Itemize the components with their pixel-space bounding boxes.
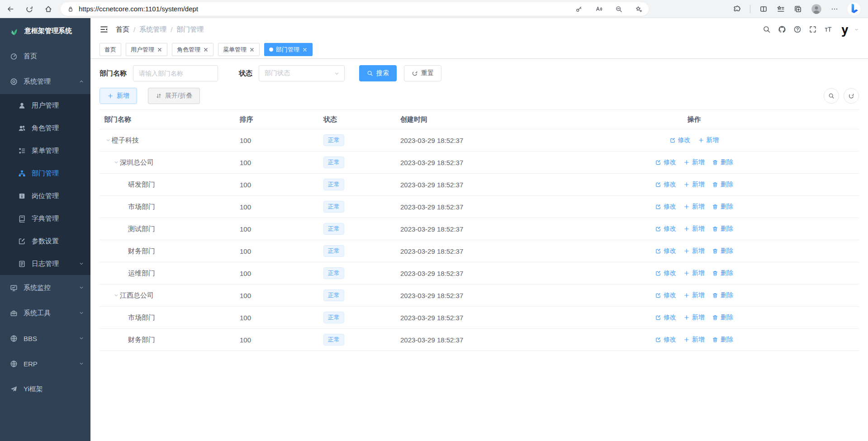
read-aloud-icon[interactable] bbox=[595, 5, 602, 13]
edit-row-link[interactable]: 修改 bbox=[655, 291, 676, 299]
breadcrumb-home[interactable]: 首页 bbox=[116, 25, 129, 34]
edit-row-link[interactable]: 修改 bbox=[655, 158, 676, 166]
home-icon[interactable] bbox=[44, 5, 52, 13]
sidebar-item-label: BBS bbox=[24, 335, 37, 342]
dept-name-input[interactable] bbox=[133, 65, 218, 81]
browser-nav-buttons bbox=[6, 5, 52, 13]
profile-icon[interactable] bbox=[811, 4, 822, 14]
caret-down-icon[interactable] bbox=[104, 138, 112, 143]
sidebar-item-post-management[interactable]: 岗位管理 bbox=[0, 185, 90, 207]
browser-chrome: https://ccnetcore.com:1101/system/dept bbox=[0, 0, 868, 18]
show-search-button[interactable] bbox=[824, 88, 839, 104]
add-row-link[interactable]: 新增 bbox=[683, 269, 705, 277]
action-label: 修改 bbox=[664, 203, 676, 211]
split-screen-icon[interactable] bbox=[759, 5, 768, 13]
sidebar-item-dept-management[interactable]: 部门管理 bbox=[0, 162, 90, 185]
key-icon[interactable] bbox=[575, 5, 583, 13]
expand-collapse-button[interactable]: 展开/折叠 bbox=[148, 88, 200, 104]
search-button[interactable]: 搜索 bbox=[359, 65, 397, 81]
add-row-link[interactable]: 新增 bbox=[698, 136, 719, 144]
zoom-out-icon[interactable] bbox=[615, 5, 622, 13]
favorite-add-icon[interactable] bbox=[635, 5, 642, 13]
font-size-icon[interactable] bbox=[824, 25, 832, 33]
sidebar-item-label: 系统监控 bbox=[24, 284, 51, 292]
delete-row-link[interactable]: 删除 bbox=[712, 180, 733, 189]
delete-row-link[interactable]: 删除 bbox=[712, 291, 733, 299]
refresh-table-button[interactable] bbox=[844, 88, 859, 104]
add-row-link[interactable]: 新增 bbox=[683, 291, 705, 299]
bing-icon[interactable] bbox=[847, 2, 861, 16]
github-icon[interactable] bbox=[778, 25, 786, 33]
edit-row-link[interactable]: 修改 bbox=[655, 203, 676, 211]
add-row-link[interactable]: 新增 bbox=[683, 180, 705, 189]
delete-row-link[interactable]: 删除 bbox=[712, 158, 733, 166]
more-icon[interactable] bbox=[831, 5, 838, 13]
sidebar-item-param-settings[interactable]: 参数设置 bbox=[0, 230, 90, 252]
sidebar-item-role-management[interactable]: 角色管理 bbox=[0, 117, 90, 139]
sidebar-item-menu-management[interactable]: 菜单管理 bbox=[0, 139, 90, 162]
sidebar-item-user-management[interactable]: 用户管理 bbox=[0, 94, 90, 117]
edit-row-link[interactable]: 修改 bbox=[655, 336, 676, 344]
url-text[interactable]: https://ccnetcore.com:1101/system/dept bbox=[79, 5, 198, 13]
sidebar-item-system-tools[interactable]: 系统工具 bbox=[0, 300, 90, 326]
extensions-icon[interactable] bbox=[733, 5, 741, 13]
caret-down-icon[interactable] bbox=[112, 293, 120, 298]
add-row-link[interactable]: 新增 bbox=[683, 336, 705, 344]
user-avatar[interactable]: y bbox=[837, 21, 853, 38]
status-select[interactable]: 部门状态 bbox=[259, 65, 345, 81]
sidebar-item-log-management[interactable]: 日志管理 bbox=[0, 252, 90, 275]
trash-icon bbox=[712, 181, 718, 188]
delete-row-link[interactable]: 删除 bbox=[712, 269, 733, 277]
breadcrumb-system[interactable]: 系统管理 bbox=[139, 25, 166, 34]
sidebar-item-bbs[interactable]: BBS bbox=[0, 326, 90, 351]
fullscreen-icon[interactable] bbox=[809, 25, 817, 33]
delete-row-link[interactable]: 删除 bbox=[712, 247, 733, 255]
search-icon[interactable] bbox=[763, 25, 771, 33]
tab-menu-management[interactable]: 菜单管理 bbox=[218, 43, 260, 56]
favorites-icon[interactable] bbox=[777, 5, 785, 13]
add-row-link[interactable]: 新增 bbox=[683, 247, 705, 255]
tab-user-management[interactable]: 用户管理 bbox=[126, 43, 167, 56]
sidebar-item-yi-framework[interactable]: Yi框架 bbox=[0, 376, 90, 402]
caret-down-icon[interactable] bbox=[112, 160, 120, 165]
trash-icon bbox=[712, 292, 718, 299]
collapse-sidebar-icon[interactable] bbox=[100, 25, 109, 34]
help-icon[interactable] bbox=[793, 25, 802, 33]
add-dept-button[interactable]: 新增 bbox=[100, 88, 137, 104]
delete-row-link[interactable]: 删除 bbox=[712, 336, 733, 344]
add-row-link[interactable]: 新增 bbox=[683, 203, 705, 211]
edit-row-link[interactable]: 修改 bbox=[655, 313, 676, 322]
sidebar-item-erp[interactable]: ERP bbox=[0, 351, 90, 376]
back-icon[interactable] bbox=[6, 5, 14, 13]
delete-row-link[interactable]: 删除 bbox=[712, 203, 733, 211]
edit-row-link[interactable]: 修改 bbox=[655, 180, 676, 189]
close-tab-icon[interactable] bbox=[302, 47, 308, 52]
refresh-icon[interactable] bbox=[25, 5, 33, 13]
edit-row-link[interactable]: 修改 bbox=[669, 136, 691, 144]
tab-role-management[interactable]: 角色管理 bbox=[172, 43, 213, 56]
add-row-link[interactable]: 新增 bbox=[683, 158, 705, 166]
action-label: 新增 bbox=[692, 158, 705, 166]
close-tab-icon[interactable] bbox=[249, 47, 255, 52]
url-bar[interactable]: https://ccnetcore.com:1101/system/dept bbox=[61, 2, 649, 16]
delete-row-link[interactable]: 删除 bbox=[712, 225, 733, 233]
globe-icon bbox=[9, 360, 18, 368]
edit-row-link[interactable]: 修改 bbox=[655, 247, 676, 255]
avatar-caret-down-icon[interactable] bbox=[854, 27, 859, 32]
sidebar-item-system-monitor[interactable]: 系统监控 bbox=[0, 275, 90, 300]
reset-button[interactable]: 重置 bbox=[404, 65, 441, 81]
collections-icon[interactable] bbox=[794, 5, 802, 13]
edit-row-link[interactable]: 修改 bbox=[655, 269, 676, 277]
sidebar-item-system-management[interactable]: 系统管理 bbox=[0, 69, 90, 94]
add-row-link[interactable]: 新增 bbox=[683, 313, 705, 322]
dept-name: 江西总公司 bbox=[120, 291, 154, 300]
sidebar-item-dict-management[interactable]: 字典管理 bbox=[0, 207, 90, 230]
close-tab-icon[interactable] bbox=[203, 47, 209, 52]
add-row-link[interactable]: 新增 bbox=[683, 225, 705, 233]
close-tab-icon[interactable] bbox=[157, 47, 162, 52]
tab-home[interactable]: 首页 bbox=[100, 43, 121, 56]
tab-dept-management[interactable]: 部门管理 bbox=[264, 43, 313, 56]
edit-row-link[interactable]: 修改 bbox=[655, 225, 676, 233]
sidebar-item-home[interactable]: 首页 bbox=[0, 43, 90, 69]
delete-row-link[interactable]: 删除 bbox=[712, 313, 733, 322]
